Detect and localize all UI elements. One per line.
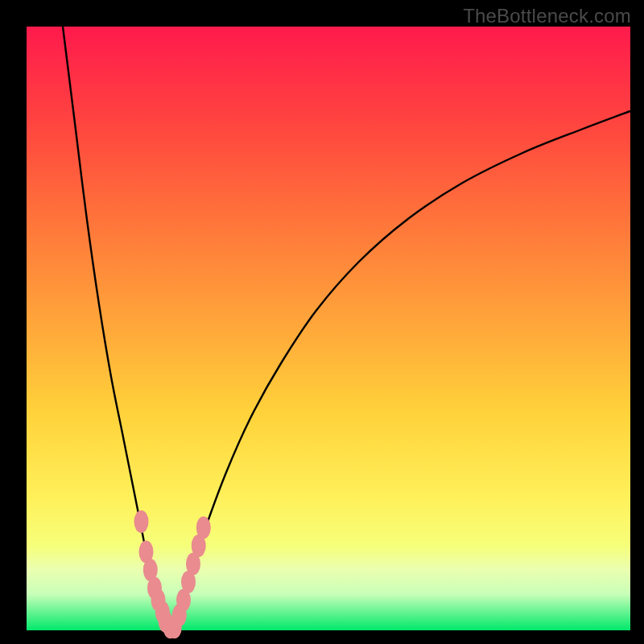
curve-marker <box>196 517 211 539</box>
left-curve <box>63 27 171 630</box>
curve-marker <box>134 510 149 533</box>
curve-layer <box>27 27 630 630</box>
marker-group-right <box>167 517 211 639</box>
plot-area <box>27 27 630 630</box>
right-curve <box>171 111 630 630</box>
watermark-text: TheBottleneck.com <box>463 5 631 27</box>
outer-frame: TheBottleneck.com <box>0 0 644 644</box>
